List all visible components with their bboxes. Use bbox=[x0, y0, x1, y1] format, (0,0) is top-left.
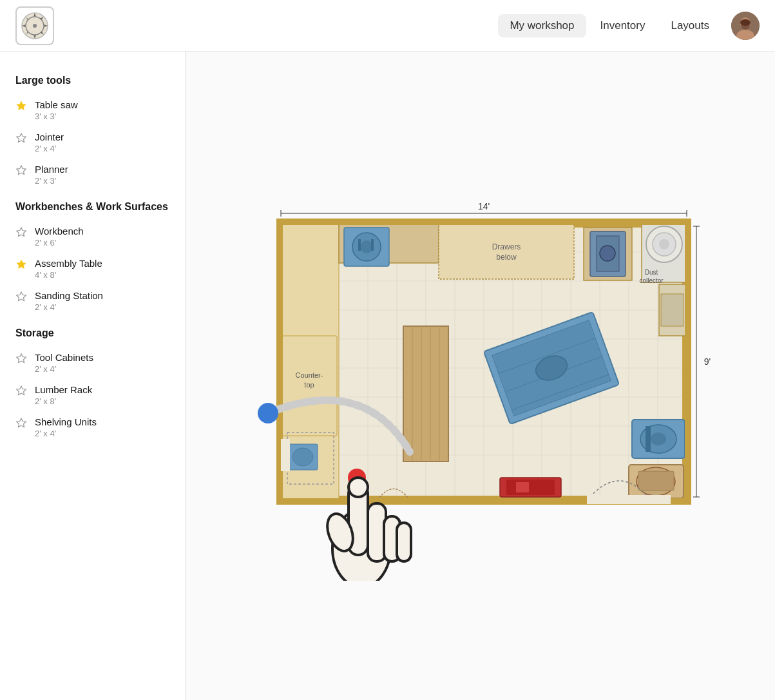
svg-rect-73 bbox=[403, 326, 448, 462]
item-name: Planner bbox=[35, 164, 68, 175]
star-icon-lumber[interactable] bbox=[15, 385, 27, 400]
item-size: 2' x 3' bbox=[35, 176, 68, 186]
nav-layouts[interactable]: Layouts bbox=[659, 14, 721, 37]
item-name: Tool Cabinets bbox=[35, 352, 93, 363]
nav-inventory[interactable]: Inventory bbox=[589, 14, 657, 37]
list-item-shelving-units[interactable]: Shelving Units 2' x 4' bbox=[0, 411, 185, 443]
floor-plan-wrapper: 14' 9' bbox=[249, 194, 713, 532]
svg-point-45 bbox=[292, 448, 313, 466]
section-title-storage: Storage bbox=[0, 322, 185, 347]
svg-point-7 bbox=[740, 19, 751, 26]
svg-text:top: top bbox=[304, 381, 314, 389]
svg-rect-92 bbox=[587, 495, 671, 504]
nav-my-workshop[interactable]: My workshop bbox=[498, 14, 586, 37]
svg-text:collector: collector bbox=[639, 277, 664, 284]
svg-text:14': 14' bbox=[477, 201, 489, 211]
star-icon-tool-cabinets[interactable] bbox=[15, 353, 27, 367]
section-title-workbenches: Workbenches & Work Surfaces bbox=[0, 196, 185, 220]
header: My workshop Inventory Layouts bbox=[0, 0, 775, 52]
svg-rect-66 bbox=[661, 294, 684, 326]
svg-rect-81 bbox=[646, 426, 651, 452]
main-layout: Large tools Table saw 3' x 3' Jointer 2'… bbox=[0, 52, 775, 700]
floor-plan-svg[interactable]: 14' 9' bbox=[249, 194, 713, 529]
item-name: Assembly Table bbox=[35, 258, 102, 269]
svg-rect-91 bbox=[281, 439, 290, 471]
svg-rect-47 bbox=[439, 224, 574, 279]
item-name: Shelving Units bbox=[35, 416, 97, 427]
star-icon-table-saw[interactable] bbox=[15, 101, 27, 115]
item-name: Jointer bbox=[35, 131, 64, 142]
list-item-tool-cabinets[interactable]: Tool Cabinets 2' x 4' bbox=[0, 347, 185, 379]
svg-text:Counter-: Counter- bbox=[295, 371, 323, 379]
item-size: 4' x 8' bbox=[35, 270, 102, 280]
canvas-area[interactable]: 14' 9' bbox=[186, 52, 775, 700]
item-size: 2' x 4' bbox=[35, 144, 64, 153]
svg-point-58 bbox=[659, 239, 669, 249]
svg-point-64 bbox=[600, 246, 615, 261]
star-icon-sanding[interactable] bbox=[15, 291, 27, 306]
section-title-large-tools: Large tools bbox=[0, 70, 185, 94]
svg-text:9': 9' bbox=[703, 356, 710, 367]
star-icon-planner[interactable] bbox=[15, 165, 27, 179]
svg-text:below: below bbox=[496, 253, 517, 262]
list-item-lumber-rack[interactable]: Lumber Rack 2' x 8' bbox=[0, 379, 185, 411]
sidebar: Large tools Table saw 3' x 3' Jointer 2'… bbox=[0, 52, 186, 700]
user-avatar[interactable] bbox=[731, 12, 760, 40]
item-name: Sanding Station bbox=[35, 290, 103, 301]
star-icon-assembly[interactable] bbox=[15, 259, 27, 273]
list-item-planner[interactable]: Planner 2' x 3' bbox=[0, 159, 185, 191]
item-name: Lumber Rack bbox=[35, 384, 92, 395]
item-size: 2' x 4' bbox=[35, 364, 93, 374]
list-item-jointer[interactable]: Jointer 2' x 4' bbox=[0, 126, 185, 159]
star-icon-jointer[interactable] bbox=[15, 133, 27, 147]
item-size: 3' x 3' bbox=[35, 112, 78, 121]
item-size: 2' x 8' bbox=[35, 396, 92, 406]
svg-rect-87 bbox=[506, 480, 555, 495]
list-item-workbench[interactable]: Workbench 2' x 6' bbox=[0, 220, 185, 253]
svg-rect-88 bbox=[516, 482, 529, 492]
item-size: 2' x 4' bbox=[35, 302, 103, 312]
main-nav: My workshop Inventory Layouts bbox=[498, 12, 760, 40]
star-icon-shelving[interactable] bbox=[15, 418, 27, 432]
svg-rect-53 bbox=[358, 239, 361, 251]
svg-text:Dust: Dust bbox=[644, 269, 658, 276]
item-size: 2' x 6' bbox=[35, 238, 84, 248]
item-name: Workbench bbox=[35, 226, 84, 237]
list-item-table-saw[interactable]: Table saw 3' x 3' bbox=[0, 94, 185, 126]
logo-icon bbox=[19, 10, 50, 41]
svg-text:Drawers: Drawers bbox=[492, 242, 521, 251]
svg-point-80 bbox=[651, 433, 666, 445]
svg-rect-84 bbox=[638, 471, 674, 491]
list-item-assembly-table[interactable]: Assembly Table 4' x 8' bbox=[0, 253, 185, 285]
app-logo[interactable] bbox=[15, 6, 54, 45]
svg-rect-54 bbox=[371, 239, 374, 251]
star-icon-workbench[interactable] bbox=[15, 227, 27, 241]
item-name: Table saw bbox=[35, 99, 78, 110]
svg-point-2 bbox=[33, 24, 37, 28]
item-size: 2' x 4' bbox=[35, 429, 97, 438]
list-item-sanding-station[interactable]: Sanding Station 2' x 4' bbox=[0, 285, 185, 317]
